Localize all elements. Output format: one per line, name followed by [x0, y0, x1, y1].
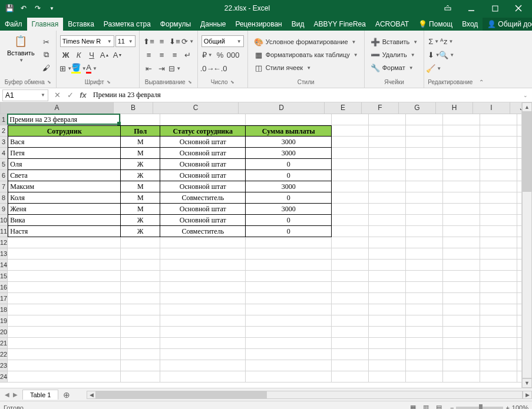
- cell[interactable]: [160, 304, 246, 315]
- cell[interactable]: [246, 349, 332, 360]
- maximize-icon[interactable]: [484, 1, 506, 15]
- format-as-table-button[interactable]: ▦Форматировать как таблицу▼: [252, 49, 361, 61]
- column-header[interactable]: H: [436, 102, 473, 114]
- cell[interactable]: [369, 282, 406, 293]
- normal-view-icon[interactable]: ▦: [407, 403, 419, 410]
- cell[interactable]: [480, 338, 517, 349]
- tab-help[interactable]: 💡Помощ: [414, 18, 457, 31]
- cell[interactable]: [369, 248, 406, 260]
- row-header[interactable]: 7: [0, 181, 8, 192]
- row-header[interactable]: 15: [0, 271, 8, 282]
- currency-icon[interactable]: ₽▼: [201, 49, 213, 61]
- cell[interactable]: [246, 293, 332, 304]
- cell[interactable]: [517, 371, 521, 383]
- cell[interactable]: Премии на 23 февраля: [8, 114, 121, 125]
- cell[interactable]: [160, 349, 246, 360]
- cell[interactable]: [406, 215, 443, 226]
- row-header[interactable]: 12: [0, 237, 8, 248]
- cell[interactable]: [121, 315, 160, 327]
- cell[interactable]: [406, 315, 443, 327]
- cell[interactable]: [443, 304, 480, 315]
- cell[interactable]: [406, 159, 443, 170]
- font-name-select[interactable]: Times New R▼: [60, 35, 114, 47]
- cell[interactable]: [332, 148, 369, 159]
- cell[interactable]: [517, 159, 521, 170]
- cell[interactable]: [332, 204, 369, 215]
- cell[interactable]: 3000: [246, 181, 332, 192]
- cell[interactable]: [369, 181, 406, 192]
- cell[interactable]: [443, 137, 480, 148]
- cell[interactable]: [160, 282, 246, 293]
- cell[interactable]: [517, 282, 521, 293]
- cell[interactable]: [517, 248, 521, 260]
- cell[interactable]: Основной штат: [160, 137, 246, 148]
- cell[interactable]: [246, 282, 332, 293]
- cell[interactable]: [8, 349, 121, 360]
- cell[interactable]: [480, 215, 517, 226]
- cell[interactable]: Оля: [8, 159, 121, 170]
- cell[interactable]: [160, 315, 246, 327]
- bold-button[interactable]: Ж: [60, 49, 72, 61]
- indent-increase-icon[interactable]: ⇥: [156, 62, 168, 74]
- page-layout-view-icon[interactable]: ▥: [419, 403, 432, 410]
- cell[interactable]: 3000: [246, 137, 332, 148]
- cell[interactable]: [406, 360, 443, 371]
- row-header[interactable]: 6: [0, 170, 8, 181]
- cell[interactable]: [406, 125, 443, 137]
- cell[interactable]: [332, 338, 369, 349]
- row-header[interactable]: 3: [0, 137, 8, 148]
- cell[interactable]: [246, 304, 332, 315]
- cell[interactable]: [517, 215, 521, 226]
- cell[interactable]: [332, 371, 369, 383]
- cell[interactable]: [406, 260, 443, 271]
- row-header[interactable]: 24: [0, 371, 8, 383]
- cell[interactable]: [480, 282, 517, 293]
- cell[interactable]: [121, 349, 160, 360]
- cell[interactable]: [443, 148, 480, 159]
- cell[interactable]: [517, 181, 521, 192]
- cell[interactable]: [8, 293, 121, 304]
- cell[interactable]: [121, 371, 160, 383]
- cell[interactable]: [480, 170, 517, 181]
- cell[interactable]: Статус сотрудника: [160, 125, 246, 137]
- cell[interactable]: [443, 159, 480, 170]
- autosum-icon[interactable]: Σ▼: [428, 35, 440, 47]
- cell[interactable]: [369, 192, 406, 204]
- cell[interactable]: Основной штат: [160, 170, 246, 181]
- cell[interactable]: [160, 114, 246, 125]
- cell[interactable]: Женя: [8, 204, 121, 215]
- cell[interactable]: [369, 327, 406, 338]
- cell[interactable]: [517, 260, 521, 271]
- hscroll-track[interactable]: [96, 391, 523, 399]
- borders-icon[interactable]: ⊞▼: [60, 62, 72, 74]
- cell[interactable]: Вася: [8, 137, 121, 148]
- cell[interactable]: [121, 282, 160, 293]
- dialog-launcher-icon[interactable]: ⬊: [107, 79, 111, 85]
- tab-view[interactable]: Вид: [287, 18, 309, 31]
- row-header[interactable]: 14: [0, 260, 8, 271]
- column-header[interactable]: I: [473, 102, 510, 114]
- cell[interactable]: [480, 125, 517, 137]
- cell[interactable]: [369, 148, 406, 159]
- cut-icon[interactable]: ✂: [41, 36, 52, 48]
- sheet-tab[interactable]: Table 1: [22, 390, 58, 400]
- percent-icon[interactable]: %: [214, 49, 226, 61]
- cell[interactable]: [480, 248, 517, 260]
- cell[interactable]: [517, 271, 521, 282]
- format-cells-button[interactable]: 🔧Формат▼: [368, 62, 421, 74]
- cell[interactable]: М: [121, 181, 160, 192]
- cell[interactable]: [369, 260, 406, 271]
- cell[interactable]: [517, 327, 521, 338]
- cell[interactable]: [406, 293, 443, 304]
- row-header[interactable]: 23: [0, 360, 8, 371]
- cell[interactable]: [369, 293, 406, 304]
- grow-font-icon[interactable]: A▲: [99, 49, 111, 61]
- cell[interactable]: [160, 237, 246, 248]
- cell[interactable]: [406, 148, 443, 159]
- cell[interactable]: [8, 338, 121, 349]
- cell[interactable]: [160, 271, 246, 282]
- dialog-launcher-icon[interactable]: ⬊: [230, 79, 234, 85]
- cell[interactable]: [517, 360, 521, 371]
- cell[interactable]: [406, 304, 443, 315]
- cell[interactable]: [369, 360, 406, 371]
